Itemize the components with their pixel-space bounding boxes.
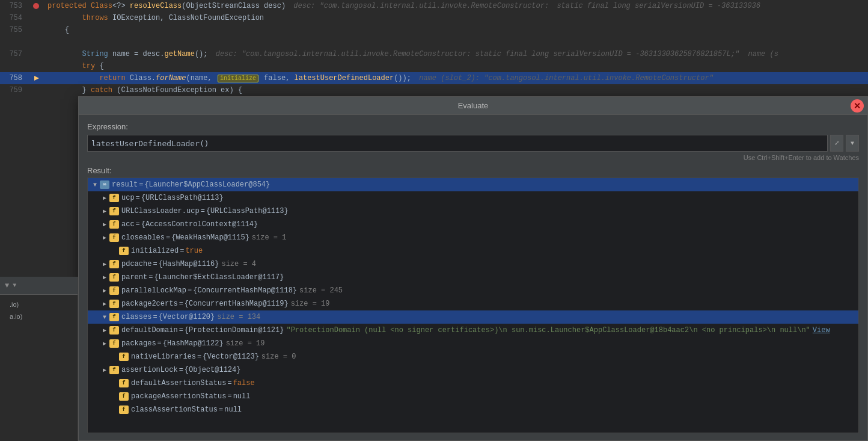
line-gutter-758 xyxy=(27,75,45,82)
dialog-close-x-button[interactable]: ✕ xyxy=(851,99,864,113)
tree-expand-initialized xyxy=(109,246,119,256)
line-content-754: throws IOException, ClassNotFoundExcepti… xyxy=(45,14,868,22)
tree-row-package2certs[interactable]: ▶ f package2certs = {ConcurrentHashMap@1… xyxy=(88,297,858,310)
result-tree: ▼ ∞ result = {Launcher$AppClassLoader@85… xyxy=(87,177,859,433)
tree-expand-ucp[interactable]: ▶ xyxy=(100,193,109,203)
tree-row-ucp[interactable]: ▶ f ucp = {URLClassPath@1113} xyxy=(88,191,858,205)
tree-row-root[interactable]: ▼ ∞ result = {Launcher$AppClassLoader@85… xyxy=(88,178,858,191)
tree-row-parent[interactable]: ▶ f parent = {Launcher$ExtClassLoader@11… xyxy=(88,271,858,284)
tree-row-acc[interactable]: ▶ f acc = {AccessControlContext@1114} xyxy=(88,218,858,231)
code-line-759: 759 } catch (ClassNotFoundException ex) … xyxy=(0,84,868,96)
tree-row-pdcache[interactable]: ▶ f pdcache = {HashMap@1116} size = 4 xyxy=(88,258,858,271)
filter-bar: ▼ ▼ xyxy=(0,277,78,295)
dialog-titlebar: Evaluate ✕ xyxy=(79,97,867,115)
line-gutter-753 xyxy=(27,2,45,10)
tree-icon-f-parallellockmap: f xyxy=(109,286,119,295)
expression-expand-button[interactable]: ⤢ xyxy=(830,135,843,152)
tree-icon-f-package2certs: f xyxy=(109,300,119,308)
evaluate-dialog: Evaluate ✕ Expression: ⤢ ▼ Use Ctrl+Shif… xyxy=(78,96,868,441)
code-line-756 xyxy=(0,36,868,48)
tree-icon-f-nativelibraries: f xyxy=(119,353,129,361)
expression-input[interactable] xyxy=(87,135,828,152)
tree-row-defaultdomain[interactable]: ▶ f defaultDomain = {ProtectionDomain@11… xyxy=(88,324,858,337)
tree-row-parallellockmap[interactable]: ▶ f parallelLockMap = {ConcurrentHashMap… xyxy=(88,284,858,297)
tree-equals-root: = xyxy=(139,180,143,189)
line-content-755: { xyxy=(45,26,868,34)
line-content-759: } catch (ClassNotFoundException ex) { xyxy=(45,86,868,94)
line-number-754: 754 xyxy=(0,14,27,22)
tree-row-classes[interactable]: ▼ f classes = {Vector@1120} size = 134 xyxy=(88,310,858,324)
tree-icon-f-defaultassertionstatus: f xyxy=(119,379,129,387)
tree-expand-nativelibraries xyxy=(109,352,119,362)
sidebar-item-1: .io) xyxy=(5,298,73,310)
tree-row-packageassertionstatus[interactable]: f packageAssertionStatus = null xyxy=(88,390,858,403)
svg-marker-1 xyxy=(34,76,39,81)
tree-icon-f-parent: f xyxy=(109,273,119,282)
view-link-defaultdomain[interactable]: View xyxy=(813,326,830,335)
tree-expand-closeables[interactable]: ▶ xyxy=(100,233,109,242)
tree-icon-f-ucp: f xyxy=(109,194,119,202)
tree-value-root: {Launcher$AppClassLoader@854} xyxy=(144,180,270,189)
tree-expand-packageassertionstatus xyxy=(109,392,119,401)
line-content-try: try { xyxy=(45,62,868,70)
tree-expand-acc[interactable]: ▶ xyxy=(100,220,109,229)
expression-dropdown-button[interactable]: ▼ xyxy=(846,135,859,152)
tree-icon-f-initialized: f xyxy=(119,247,129,255)
tree-row-urlclassloader[interactable]: ▶ f URLClassLoader.ucp = {URLClassPath@1… xyxy=(88,205,858,218)
tree-icon-f-acc: f xyxy=(109,220,119,229)
tree-expand-defaultdomain[interactable]: ▶ xyxy=(100,325,109,335)
tree-expand-parallellockmap[interactable]: ▶ xyxy=(100,286,109,295)
line-number-755: 755 xyxy=(0,26,27,34)
filter-dropdown-icon[interactable]: ▼ xyxy=(13,282,16,289)
tree-icon-f-assertionlock: f xyxy=(109,366,119,374)
tree-expand-root[interactable]: ▼ xyxy=(90,180,100,190)
tree-row-closeables[interactable]: ▶ f closeables = {WeakHashMap@1115} size… xyxy=(88,231,858,244)
sidebar-bottom: ▼ ▼ .io) a.io) xyxy=(0,277,78,441)
line-number-757: 757 xyxy=(0,50,27,58)
tree-expand-assertionlock[interactable]: ▶ xyxy=(100,365,109,375)
dialog-body: Expression: ⤢ ▼ Use Ctrl+Shift+Enter to … xyxy=(79,115,867,440)
line-content-753: protected Class<?> resolveClass(ObjectSt… xyxy=(45,2,868,10)
tree-row-nativelibraries[interactable]: f nativeLibraries = {Vector@1123} size =… xyxy=(88,350,858,363)
tree-icon-f-classes: f xyxy=(109,313,119,321)
tree-expand-packages[interactable]: ▶ xyxy=(100,339,109,348)
tree-row-defaultassertionstatus[interactable]: f defaultAssertionStatus = false xyxy=(88,377,858,390)
code-line-757: 757 String name = desc.getName(); desc: … xyxy=(0,48,868,60)
line-content-758: return Class.forName(name, initialize fa… xyxy=(45,74,868,82)
tree-icon-f-defaultdomain: f xyxy=(109,326,119,335)
expression-input-row: ⤢ ▼ xyxy=(87,135,859,152)
sidebar-item-2: a.io) xyxy=(5,310,73,322)
tree-icon-f-pdcache: f xyxy=(109,260,119,268)
line-number-759: 759 xyxy=(0,86,27,94)
code-line-753: 753 protected Class<?> resolveClass(Obje… xyxy=(0,0,868,12)
dialog-title: Evaluate xyxy=(458,101,489,110)
tree-expand-defaultassertionstatus xyxy=(109,378,119,388)
tree-icon-f-packages: f xyxy=(109,339,119,348)
code-line-754: 754 throws IOException, ClassNotFoundExc… xyxy=(0,12,868,24)
tree-row-initialized[interactable]: f initialized = true xyxy=(88,244,858,258)
evaluate-dialog-overlay: Evaluate ✕ Expression: ⤢ ▼ Use Ctrl+Shif… xyxy=(78,96,868,441)
watches-hint: Use Ctrl+Shift+Enter to add to Watches xyxy=(87,154,859,161)
tree-icon-inf-root: ∞ xyxy=(100,180,109,189)
tree-expand-package2certs[interactable]: ▶ xyxy=(100,299,109,309)
tree-name-root: result xyxy=(112,180,138,189)
expression-label: Expression: xyxy=(87,122,859,131)
code-line-758: 758 return Class.forName(name, initializ… xyxy=(0,72,868,84)
tree-expand-classes[interactable]: ▼ xyxy=(100,312,109,322)
tree-expand-urlclassloader[interactable]: ▶ xyxy=(100,206,109,216)
tree-expand-classassertionstatus xyxy=(109,405,119,415)
code-line-755: 755 { xyxy=(0,24,868,36)
tree-expand-pdcache[interactable]: ▶ xyxy=(100,259,109,269)
tree-row-assertionlock[interactable]: ▶ f assertionLock = {Object@1124} xyxy=(88,363,858,377)
line-content-757: String name = desc.getName(); desc: "com… xyxy=(45,50,868,58)
filter-icon[interactable]: ▼ xyxy=(5,282,9,290)
tree-expand-parent[interactable]: ▶ xyxy=(100,273,109,282)
tree-icon-f-urlclassloader: f xyxy=(109,207,119,215)
tree-row-packages[interactable]: ▶ f packages = {HashMap@1122} size = 19 xyxy=(88,337,858,350)
tree-row-classassertionstatus[interactable]: f classAssertionStatus = null xyxy=(88,403,858,416)
sidebar-items: .io) a.io) xyxy=(0,295,78,326)
tree-icon-f-closeables: f xyxy=(109,233,119,242)
svg-point-0 xyxy=(33,3,39,9)
tree-icon-f-classassertionstatus: f xyxy=(119,406,129,414)
code-line-try: try { xyxy=(0,60,868,72)
